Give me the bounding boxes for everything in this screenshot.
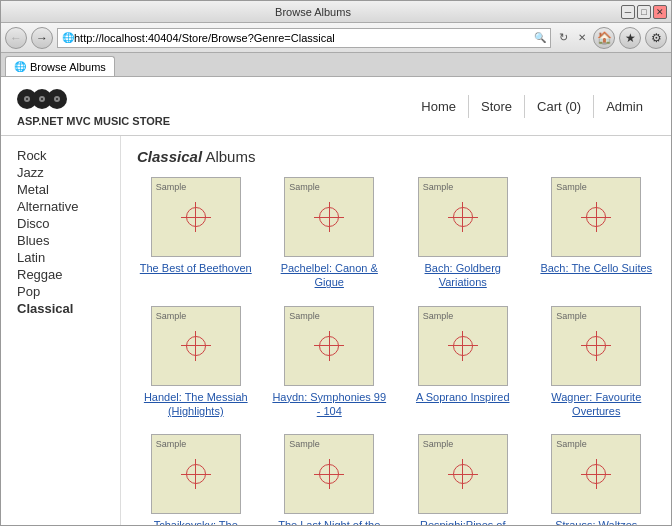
crosshair-icon bbox=[181, 202, 211, 232]
sample-label: Sample bbox=[556, 311, 587, 321]
album-item: Sample The Best of Beethoven bbox=[137, 177, 255, 290]
album-item: Sample Strauss: Waltzes bbox=[538, 434, 656, 525]
nav-home[interactable]: Home bbox=[409, 95, 469, 118]
circle-icon bbox=[186, 336, 206, 356]
sidebar-item-rock[interactable]: Rock bbox=[17, 148, 104, 163]
favorites-button[interactable]: ★ bbox=[619, 27, 641, 49]
crosshair-icon bbox=[581, 459, 611, 489]
sidebar-item-metal[interactable]: Metal bbox=[17, 182, 104, 197]
album-art: Sample bbox=[551, 306, 641, 386]
svg-point-2 bbox=[26, 98, 28, 100]
page-content: ASP.NET MVC MUSIC STORE Home Store Cart … bbox=[1, 77, 671, 525]
album-art: Sample bbox=[284, 177, 374, 257]
sample-label: Sample bbox=[423, 311, 454, 321]
circle-icon bbox=[319, 207, 339, 227]
sample-label: Sample bbox=[423, 182, 454, 192]
main-layout: Rock Jazz Metal Alternative Disco Blues … bbox=[1, 136, 671, 525]
browser-window: Browse Albums ─ □ ✕ ← → 🌐 🔍 ↻ ✕ 🏠 ★ ⚙ 🌐 … bbox=[0, 0, 672, 526]
address-input[interactable] bbox=[74, 32, 534, 44]
page-title: Classical Albums bbox=[137, 148, 655, 165]
album-title[interactable]: The Best of Beethoven bbox=[140, 261, 252, 275]
site-header: ASP.NET MVC MUSIC STORE Home Store Cart … bbox=[1, 77, 671, 136]
minimize-button[interactable]: ─ bbox=[621, 5, 635, 19]
album-art: Sample bbox=[284, 434, 374, 514]
crosshair-icon bbox=[314, 459, 344, 489]
album-title[interactable]: A Soprano Inspired bbox=[416, 390, 510, 404]
site-nav: Home Store Cart (0) Admin bbox=[409, 95, 655, 118]
album-art: Sample bbox=[151, 177, 241, 257]
sidebar-item-latin[interactable]: Latin bbox=[17, 250, 104, 265]
sidebar-item-jazz[interactable]: Jazz bbox=[17, 165, 104, 180]
nav-admin[interactable]: Admin bbox=[594, 95, 655, 118]
svg-point-8 bbox=[56, 98, 58, 100]
album-item: Sample Tchaikovsky: The Nutcracker bbox=[137, 434, 255, 525]
album-title[interactable]: Bach: Goldberg Variations bbox=[404, 261, 522, 290]
genre-name: Classical bbox=[137, 148, 202, 165]
sample-label: Sample bbox=[289, 311, 320, 321]
nav-cart[interactable]: Cart (0) bbox=[525, 95, 594, 118]
circle-icon bbox=[186, 207, 206, 227]
site-logo: ASP.NET MVC MUSIC STORE bbox=[17, 85, 170, 127]
crosshair-icon bbox=[314, 331, 344, 361]
window-title: Browse Albums bbox=[5, 6, 621, 18]
forward-button[interactable]: → bbox=[31, 27, 53, 49]
album-item: Sample Haydn: Symphonies 99 - 104 bbox=[271, 306, 389, 419]
title-bar: Browse Albums ─ □ ✕ bbox=[1, 1, 671, 23]
logo-svg bbox=[17, 85, 67, 113]
address-icon: 🌐 bbox=[62, 32, 74, 43]
sidebar: Rock Jazz Metal Alternative Disco Blues … bbox=[1, 136, 121, 525]
sidebar-item-blues[interactable]: Blues bbox=[17, 233, 104, 248]
album-item: Sample Bach: Goldberg Variations bbox=[404, 177, 522, 290]
sidebar-item-reggae[interactable]: Reggae bbox=[17, 267, 104, 282]
back-button[interactable]: ← bbox=[5, 27, 27, 49]
sample-label: Sample bbox=[156, 182, 187, 192]
album-item: Sample Handel: The Messiah (Highlights) bbox=[137, 306, 255, 419]
album-item: Sample The Last Night of the Proms bbox=[271, 434, 389, 525]
album-title[interactable]: Bach: The Cello Suites bbox=[540, 261, 652, 275]
sample-label: Sample bbox=[289, 439, 320, 449]
album-title[interactable]: Respighi:Pines of Rome bbox=[404, 518, 522, 525]
crosshair-icon bbox=[448, 202, 478, 232]
album-art: Sample bbox=[551, 177, 641, 257]
logo-text: ASP.NET MVC MUSIC STORE bbox=[17, 115, 170, 127]
album-art: Sample bbox=[418, 434, 508, 514]
refresh-button[interactable]: ↻ bbox=[555, 30, 571, 46]
sidebar-item-classical[interactable]: Classical bbox=[17, 301, 104, 316]
sidebar-item-disco[interactable]: Disco bbox=[17, 216, 104, 231]
circle-icon bbox=[319, 336, 339, 356]
nav-store[interactable]: Store bbox=[469, 95, 525, 118]
album-title[interactable]: Wagner: Favourite Overtures bbox=[538, 390, 656, 419]
crosshair-icon bbox=[448, 331, 478, 361]
sample-label: Sample bbox=[289, 182, 320, 192]
sample-label: Sample bbox=[556, 439, 587, 449]
circle-icon bbox=[453, 464, 473, 484]
album-item: Sample Wagner: Favourite Overtures bbox=[538, 306, 656, 419]
album-title[interactable]: The Last Night of the Proms bbox=[271, 518, 389, 525]
album-title[interactable]: Strauss: Waltzes bbox=[555, 518, 637, 525]
circle-icon bbox=[586, 207, 606, 227]
sidebar-item-alternative[interactable]: Alternative bbox=[17, 199, 104, 214]
album-title[interactable]: Pachelbel: Canon & Gigue bbox=[271, 261, 389, 290]
window-controls: ─ □ ✕ bbox=[621, 5, 667, 19]
album-title[interactable]: Handel: The Messiah (Highlights) bbox=[137, 390, 255, 419]
circle-icon bbox=[453, 336, 473, 356]
albums-grid: Sample The Best of Beethoven Sample Pach… bbox=[137, 177, 655, 525]
circle-icon bbox=[319, 464, 339, 484]
close-button[interactable]: ✕ bbox=[653, 5, 667, 19]
main-content: Classical Albums Sample The Best of Beet… bbox=[121, 136, 671, 525]
maximize-button[interactable]: □ bbox=[637, 5, 651, 19]
album-art: Sample bbox=[151, 434, 241, 514]
nav-bar: ← → 🌐 🔍 ↻ ✕ 🏠 ★ ⚙ bbox=[1, 23, 671, 53]
active-tab[interactable]: 🌐 Browse Albums bbox=[5, 56, 115, 76]
circle-icon bbox=[186, 464, 206, 484]
tools-button[interactable]: ⚙ bbox=[645, 27, 667, 49]
sidebar-item-pop[interactable]: Pop bbox=[17, 284, 104, 299]
album-title[interactable]: Haydn: Symphonies 99 - 104 bbox=[271, 390, 389, 419]
home-nav-button[interactable]: 🏠 bbox=[593, 27, 615, 49]
album-title[interactable]: Tchaikovsky: The Nutcracker bbox=[137, 518, 255, 525]
circle-icon bbox=[586, 464, 606, 484]
crosshair-icon bbox=[181, 459, 211, 489]
stop-button[interactable]: ✕ bbox=[575, 31, 589, 45]
svg-point-5 bbox=[41, 98, 43, 100]
crosshair-icon bbox=[314, 202, 344, 232]
